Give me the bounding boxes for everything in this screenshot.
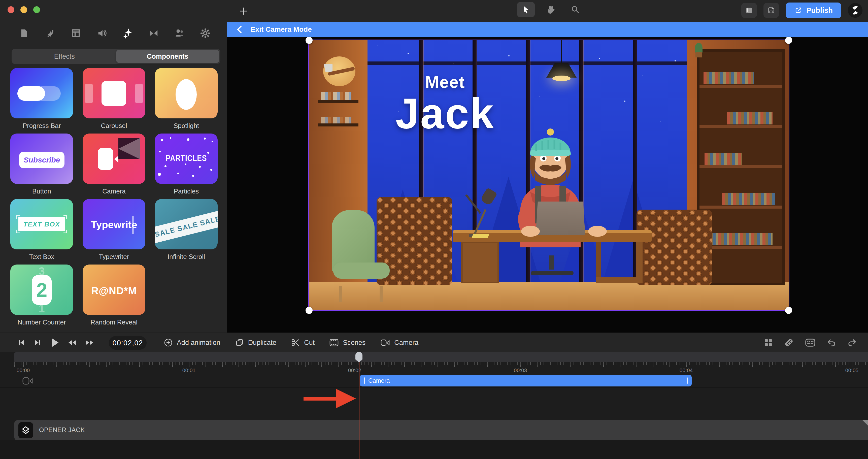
component-label: Typewriter — [83, 253, 145, 261]
scenes-button[interactable]: Scenes — [329, 338, 366, 347]
account-avatar[interactable] — [848, 3, 863, 18]
window-controls — [7, 6, 40, 13]
selection-handle-bottom-right[interactable] — [785, 307, 792, 314]
minimize-button[interactable] — [21, 6, 27, 13]
random-reveal-thumbnail: R@ND*M — [83, 265, 145, 315]
timeline-scrub-strip[interactable] — [14, 352, 868, 362]
component-label: Carousel — [83, 122, 145, 130]
playhead-handle[interactable] — [355, 352, 363, 361]
audio-icon[interactable] — [95, 27, 108, 40]
laptop — [536, 202, 585, 235]
save-icon[interactable] — [764, 3, 779, 18]
component-button[interactable]: Subscribe Button — [10, 133, 73, 195]
component-spotlight[interactable]: Spotlight — [155, 68, 218, 130]
track-name: OPENER JACK — [39, 426, 85, 433]
clip-trim-handle-left[interactable] — [364, 377, 365, 384]
camera-button[interactable]: Camera — [380, 338, 418, 347]
component-progress-bar[interactable]: Progress Bar — [10, 68, 73, 130]
duplicate-button[interactable]: Duplicate — [235, 338, 277, 347]
zoom-button[interactable] — [33, 6, 40, 13]
redo-icon[interactable] — [847, 338, 857, 347]
component-carousel[interactable]: Carousel — [83, 68, 145, 130]
add-animation-button[interactable]: Add animation — [164, 338, 220, 347]
component-text-box[interactable]: TEXT BOX Text Box — [10, 199, 73, 261]
tab-components[interactable]: Components — [116, 50, 219, 63]
component-label: Text Box — [10, 253, 73, 261]
component-label: Random Reveal — [83, 318, 145, 326]
ruler-icon[interactable] — [784, 338, 794, 348]
search-icon[interactable] — [566, 2, 584, 17]
title-meet: Meet — [384, 72, 505, 92]
scene-title: Meet Jack — [384, 72, 505, 135]
ruler-label: 00:04 — [680, 367, 693, 373]
cut-button[interactable]: Cut — [291, 338, 315, 347]
selection-handle-top-left[interactable] — [306, 37, 313, 44]
captions-icon[interactable] — [805, 338, 816, 347]
component-random-reveal[interactable]: R@ND*M Random Reveal — [83, 265, 145, 326]
rewind-button[interactable] — [67, 339, 77, 347]
panel-toggle-icon[interactable] — [741, 3, 757, 18]
component-typewriter[interactable]: Typewrite Typewriter — [83, 199, 145, 261]
component-label: Button — [10, 187, 73, 195]
select-tool-button[interactable] — [517, 2, 535, 17]
timeline-ruler-ticks[interactable] — [14, 362, 868, 367]
skip-to-start-button[interactable] — [18, 339, 26, 347]
rocket-icon[interactable] — [43, 27, 57, 40]
plant — [692, 43, 706, 58]
close-button[interactable] — [7, 6, 14, 13]
topbar-right: Publish — [741, 2, 863, 18]
characters-icon[interactable] — [173, 27, 186, 40]
settings-icon[interactable] — [199, 27, 212, 40]
play-button[interactable] — [49, 337, 60, 348]
video-preview[interactable]: Meet Jack — [309, 40, 789, 310]
component-label: Particles — [155, 187, 218, 195]
main-toolbar: Publish — [227, 0, 868, 22]
add-button[interactable] — [237, 4, 251, 18]
canvas-area[interactable]: Meet Jack — [227, 37, 868, 333]
camera-clip[interactable]: Camera — [360, 375, 692, 387]
publish-label: Publish — [806, 6, 833, 14]
ruler-label: 00:01 — [182, 367, 196, 373]
timecode-display[interactable]: 00:02,02 — [109, 336, 147, 350]
skip-to-end-button[interactable] — [33, 339, 41, 347]
ruler-label: 00:03 — [514, 367, 527, 373]
effects-icon[interactable] — [121, 27, 134, 40]
layouts-icon[interactable] — [69, 27, 82, 40]
infinite-scroll-thumbnail: SALE SALE SALE — [155, 199, 218, 249]
component-infinite-scroll[interactable]: SALE SALE SALE Infinite Scroll — [155, 199, 218, 261]
selection-handle-top-right[interactable] — [785, 37, 792, 44]
typewriter-thumbnail: Typewrite — [83, 199, 145, 249]
timeline-lower-area — [0, 440, 868, 459]
clip-trim-handle-right[interactable] — [687, 377, 688, 384]
notepad — [471, 234, 489, 238]
undo-icon[interactable] — [827, 338, 836, 347]
desk-lamp — [463, 189, 503, 237]
files-icon[interactable] — [18, 27, 31, 40]
transitions-icon[interactable] — [147, 27, 160, 40]
fast-forward-button[interactable] — [85, 339, 94, 347]
grid-view-icon[interactable] — [764, 338, 773, 347]
layers-icon — [19, 422, 33, 438]
opener-jack-track[interactable]: OPENER JACK — [14, 420, 868, 440]
ruler-label: 00:00 — [17, 367, 30, 373]
exit-camera-mode-bar[interactable]: Exit Camera Mode — [227, 22, 868, 37]
timeline: 00:00 00:01 00:02 00:03 00:04 00:05 Came… — [0, 352, 868, 459]
transport-controls — [18, 333, 94, 352]
number-counter-thumbnail: 3 2 1 — [10, 265, 73, 315]
tab-effects[interactable]: Effects — [13, 50, 116, 63]
ruler-label: 00:05 — [845, 367, 859, 373]
sidebar-nav — [18, 26, 212, 41]
selection-handle-bottom-left[interactable] — [306, 307, 313, 314]
library-tabs: Effects Components — [11, 49, 220, 64]
left-panel: Effects Components Progress Bar Carousel… — [0, 0, 227, 333]
pan-tool-button[interactable] — [542, 2, 559, 17]
component-number-counter[interactable]: 3 2 1 Number Counter — [10, 265, 73, 326]
component-label: Progress Bar — [10, 122, 73, 130]
timeline-toolbar-right — [764, 333, 857, 352]
particles-thumbnail: PARTICLES — [155, 133, 218, 184]
title-jack: Jack — [384, 92, 505, 135]
publish-button[interactable]: Publish — [786, 2, 841, 18]
component-particles[interactable]: PARTICLES Particles — [155, 133, 218, 195]
component-camera[interactable]: Camera — [83, 133, 145, 195]
axe-wall-mount — [323, 56, 355, 86]
